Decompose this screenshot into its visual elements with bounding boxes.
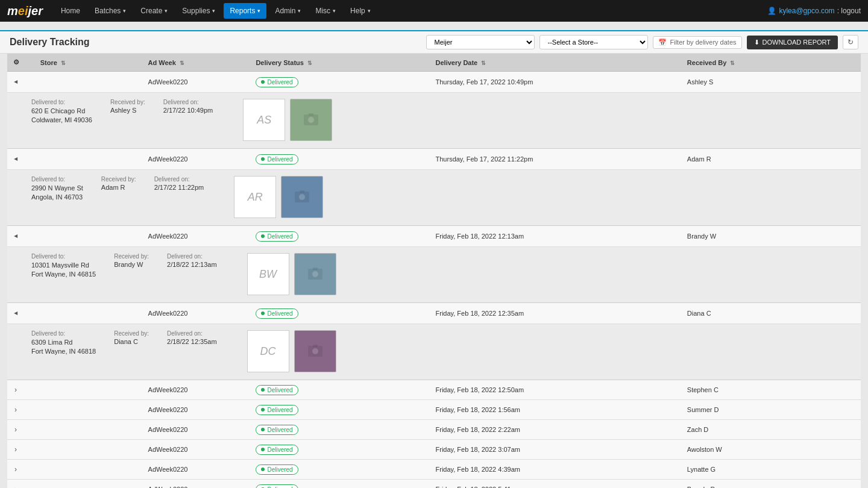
received-cell: Brenda P [681,480,861,489]
detail-cell: Delivered to: 10301 Maysville RdFort Way… [7,247,861,303]
received-by-block: Received by: Diana C [114,330,149,345]
chevron-down-icon[interactable]: ▾ [11,310,22,316]
date-filter-input[interactable]: 📅 Filter by delivery dates [653,36,741,49]
delivery-photo[interactable] [281,176,323,218]
nav-item-admin[interactable]: Admin ▾ [269,3,307,19]
expand-toggle[interactable]: ▾ [7,226,34,247]
adweek-cell: AdWeek0220 [142,149,250,170]
nav-item-home[interactable]: Home [55,3,86,19]
status-cell: Delivered [250,400,429,420]
sort-icon: ⇅ [481,60,486,66]
expand-toggle[interactable]: › [7,420,34,440]
status-badge: Delivered [256,231,298,242]
photo-icon [306,342,324,360]
chevron-down-icon: ▾ [165,8,168,14]
nav-item-misc[interactable]: Misc ▾ [309,3,342,19]
status-dot [261,311,265,315]
delivery-photo[interactable] [290,99,332,141]
expand-toggle[interactable]: › [7,480,34,489]
sort-icon: ⇅ [730,60,735,66]
settings-column-header[interactable]: ⚙ [7,54,34,72]
table-header-row: ⚙ Store ⇅ Ad Week ⇅ Delivery Status ⇅ De… [7,54,861,72]
chevron-right-icon[interactable]: › [13,424,18,435]
adweek-cell: AdWeek0220 [142,400,250,420]
status-badge: Delivered [256,308,298,319]
chevron-right-icon[interactable]: › [13,484,18,488]
status-badge: Delivered [256,77,298,87]
expand-toggle[interactable]: ▾ [7,149,34,170]
svg-rect-2 [309,113,313,116]
date-cell: Friday, Feb 18, 2022 1:56am [430,400,681,420]
status-dot [261,388,265,392]
store-cell [34,380,142,400]
chevron-down-icon: ▾ [257,8,260,14]
download-report-button[interactable]: ⬇ DOWNLOAD REPORT [747,36,838,49]
nav-item-reports[interactable]: Reports ▾ [224,3,266,19]
delivery-photo[interactable] [294,253,336,295]
date-column-header[interactable]: Delivery Date ⇅ [430,54,681,72]
expand-toggle[interactable]: › [7,460,34,480]
table-row: › AdWeek0220 Delivered Friday, Feb 18, 2… [7,380,861,400]
chevron-down-icon[interactable]: ▾ [11,79,22,85]
adweek-cell: AdWeek0220 [142,226,250,247]
store-cell [34,226,142,247]
chevron-right-icon[interactable]: › [13,384,18,395]
date-cell: Thursday, Feb 17, 2022 11:22pm [430,149,681,170]
store-cell [34,149,142,170]
table-row: ▾ AdWeek0220 Delivered Friday, Feb 18, 2… [7,303,861,324]
user-icon: 👤 [767,7,776,15]
status-column-header[interactable]: Delivery Status ⇅ [250,54,429,72]
store-select[interactable]: Meijer [426,35,535,49]
date-cell: Friday, Feb 18, 2022 3:07am [430,440,681,460]
received-cell: Ashley S [681,72,861,93]
delivered-to-block: Delivered to: 10301 Maysville RdFort Way… [31,253,96,280]
chevron-down-icon[interactable]: ▾ [11,233,22,239]
adweek-cell: AdWeek0220 [142,440,250,460]
status-dot [261,157,265,161]
adweek-column-header[interactable]: Ad Week ⇅ [142,54,250,72]
table-row: ▾ AdWeek0220 Delivered Friday, Feb 18, 2… [7,226,861,247]
adweek-cell: AdWeek0220 [142,420,250,440]
download-icon: ⬇ [754,39,760,46]
status-cell: Delivered [250,303,429,324]
chevron-right-icon[interactable]: › [13,464,18,475]
refresh-button[interactable]: ↻ [843,35,858,49]
chevron-right-icon[interactable]: › [13,404,18,415]
received-cell: Awolston W [681,440,861,460]
nav-item-help[interactable]: Help ▾ [344,3,377,19]
user-info: 👤 kylea@gpco.com : logout [767,7,861,15]
received-cell: Stephen C [681,380,861,400]
nav-item-supplies[interactable]: Supplies ▾ [176,3,221,19]
chevron-right-icon[interactable]: › [13,444,18,455]
store-column-header[interactable]: Store ⇅ [34,54,142,72]
expand-toggle[interactable]: ▾ [7,303,34,324]
photo-icon [306,265,324,283]
logo: meijer [7,4,43,18]
delivery-photo[interactable] [294,330,336,372]
store-select-right[interactable]: --Select a Store-- [539,35,648,49]
signature-box: AS [243,99,285,141]
status-cell: Delivered [250,149,429,170]
expand-toggle[interactable]: › [7,400,34,420]
expand-toggle[interactable]: › [7,380,34,400]
received-by-block: Received by: Brandy W [114,253,149,268]
status-cell: Delivered [250,420,429,440]
status-dot [261,448,265,451]
svg-point-10 [312,348,318,354]
received-column-header[interactable]: Received By ⇅ [681,54,861,72]
table-row: › AdWeek0220 Delivered Friday, Feb 18, 2… [7,460,861,480]
delivered-on-block: Delivered on: 2/18/22 12:35am [167,330,217,345]
photos-section: AR [234,176,323,218]
user-email[interactable]: kylea@gpco.com [779,7,834,15]
store-cell [34,440,142,460]
nav-item-create[interactable]: Create ▾ [134,3,174,19]
logout-label[interactable]: : logout [837,7,861,15]
sort-icon: ⇅ [61,60,66,66]
status-dot [261,408,265,411]
nav-item-batches[interactable]: Batches ▾ [89,3,132,19]
svg-rect-5 [300,190,304,193]
expand-toggle[interactable]: ▾ [7,72,34,93]
chevron-down-icon[interactable]: ▾ [11,156,22,162]
expand-toggle[interactable]: › [7,440,34,460]
delivered-on-block: Delivered on: 2/17/22 11:22pm [154,176,204,191]
